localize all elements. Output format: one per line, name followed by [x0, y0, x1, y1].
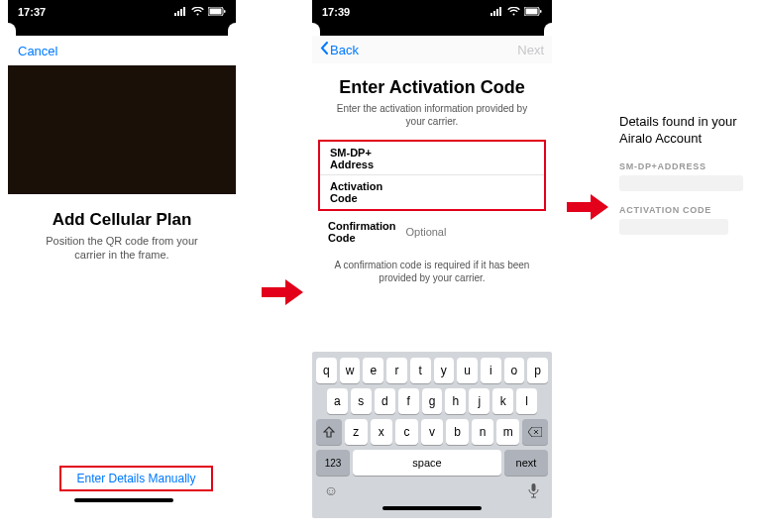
numbers-key[interactable]: 123 — [316, 450, 350, 476]
key-u[interactable]: u — [457, 358, 478, 383]
key-r[interactable]: r — [386, 358, 407, 383]
airalo-details-panel: Details found in your Airalo Account SM-… — [619, 114, 756, 249]
key-s[interactable]: s — [351, 388, 372, 414]
arrow-icon — [567, 192, 608, 222]
airalo-activation-label: ACTIVATION CODE — [619, 205, 756, 215]
svg-rect-1 — [177, 11, 179, 16]
signal-icon — [174, 7, 187, 16]
svg-rect-2 — [180, 9, 182, 16]
key-l[interactable]: l — [516, 388, 537, 414]
key-y[interactable]: y — [434, 358, 455, 383]
signal-icon — [490, 7, 503, 16]
battery-icon — [524, 7, 542, 16]
back-button[interactable]: Back — [320, 42, 359, 57]
key-c[interactable]: c — [395, 419, 418, 445]
key-f[interactable]: f — [398, 388, 419, 414]
airalo-details-title: Details found in your Airalo Account — [619, 114, 756, 148]
confirmation-code-input[interactable] — [403, 225, 544, 239]
enter-details-manually-highlight: Enter Details Manually — [59, 466, 213, 491]
nav-bar: Cancel — [8, 36, 236, 65]
key-j[interactable]: j — [469, 388, 489, 414]
space-key[interactable]: space — [353, 450, 501, 476]
key-m[interactable]: m — [496, 419, 519, 445]
key-a[interactable]: a — [327, 388, 348, 414]
key-i[interactable]: i — [481, 358, 501, 383]
activation-fields-highlight: SM-DP+ Address Activation Code — [318, 140, 546, 211]
phone-notch — [8, 23, 236, 36]
key-n[interactable]: n — [472, 419, 494, 445]
phone-enter-activation-code: 17:39 Back Next Enter Activation Code En… — [312, 0, 552, 284]
status-bar: 17:37 — [8, 0, 236, 23]
key-k[interactable]: k — [492, 388, 513, 414]
dictation-key[interactable] — [522, 480, 544, 500]
shift-key[interactable] — [316, 419, 342, 445]
key-x[interactable]: x — [371, 419, 393, 445]
next-button[interactable]: Next — [517, 43, 544, 57]
qr-camera-viewport — [8, 65, 236, 194]
phone-add-cellular-plan: 17:37 Cancel Add Cellular Plan Position … — [8, 0, 236, 263]
back-label: Back — [330, 43, 359, 57]
smdp-address-row[interactable]: SM-DP+ Address — [320, 142, 544, 175]
emoji-key[interactable]: ☺ — [320, 480, 342, 500]
svg-rect-13 — [540, 10, 542, 13]
page-title: Add Cellular Plan — [8, 210, 236, 230]
phone-notch — [312, 23, 552, 36]
chevron-left-icon — [320, 42, 328, 57]
smdp-address-input[interactable] — [393, 152, 534, 165]
svg-rect-8 — [493, 11, 495, 16]
page-subtitle: Enter the activation information provide… — [333, 102, 531, 128]
key-v[interactable]: v — [421, 419, 444, 445]
wifi-icon — [507, 7, 520, 16]
svg-rect-9 — [496, 9, 498, 16]
svg-rect-12 — [526, 9, 538, 15]
activation-code-label: Activation Code — [330, 180, 387, 204]
svg-rect-0 — [174, 13, 176, 16]
confirmation-note: A confirmation code is required if it ha… — [328, 259, 536, 284]
key-g[interactable]: g — [422, 388, 443, 414]
activation-code-row[interactable]: Activation Code — [320, 175, 544, 209]
key-h[interactable]: h — [445, 388, 466, 414]
home-indicator[interactable] — [74, 498, 173, 502]
svg-rect-3 — [183, 7, 185, 16]
svg-rect-5 — [210, 9, 222, 15]
key-z[interactable]: z — [345, 419, 368, 445]
svg-rect-10 — [499, 7, 501, 16]
confirmation-code-label: Confirmation Code — [328, 220, 395, 244]
key-b[interactable]: b — [446, 419, 469, 445]
arrow-icon — [262, 277, 303, 307]
key-o[interactable]: o — [504, 358, 525, 383]
page-subtitle: Position the QR code from your carrier i… — [33, 234, 211, 263]
status-time: 17:37 — [18, 6, 46, 18]
enter-details-manually-link[interactable]: Enter Details Manually — [76, 472, 195, 485]
backspace-key[interactable] — [522, 419, 548, 445]
airalo-smdp-value-redacted — [619, 175, 743, 191]
home-indicator[interactable] — [382, 506, 482, 510]
confirmation-code-row[interactable]: Confirmation Code — [318, 217, 546, 247]
key-t[interactable]: t — [410, 358, 431, 383]
key-w[interactable]: w — [340, 358, 361, 383]
key-p[interactable]: p — [527, 358, 548, 383]
key-e[interactable]: e — [363, 358, 383, 383]
wifi-icon — [191, 7, 204, 16]
airalo-activation-value-redacted — [619, 219, 728, 235]
smdp-address-label: SM-DP+ Address — [330, 147, 387, 170]
key-q[interactable]: q — [316, 358, 337, 383]
activation-code-input[interactable] — [393, 185, 534, 199]
svg-rect-6 — [224, 10, 226, 13]
status-bar: 17:39 — [312, 0, 552, 23]
airalo-smdp-label: SM-DP+ADDRESS — [619, 161, 756, 171]
cancel-button[interactable]: Cancel — [18, 44, 57, 58]
key-d[interactable]: d — [375, 388, 395, 414]
svg-rect-14 — [531, 483, 535, 491]
onscreen-keyboard: qwertyuiop asdfghjkl zxcvbnm 123 space n… — [312, 352, 552, 518]
battery-icon — [208, 7, 226, 16]
next-key[interactable]: next — [504, 450, 548, 476]
svg-rect-7 — [490, 13, 492, 16]
page-title: Enter Activation Code — [312, 77, 552, 98]
status-time: 17:39 — [322, 6, 350, 18]
nav-bar: Back Next — [312, 36, 552, 63]
